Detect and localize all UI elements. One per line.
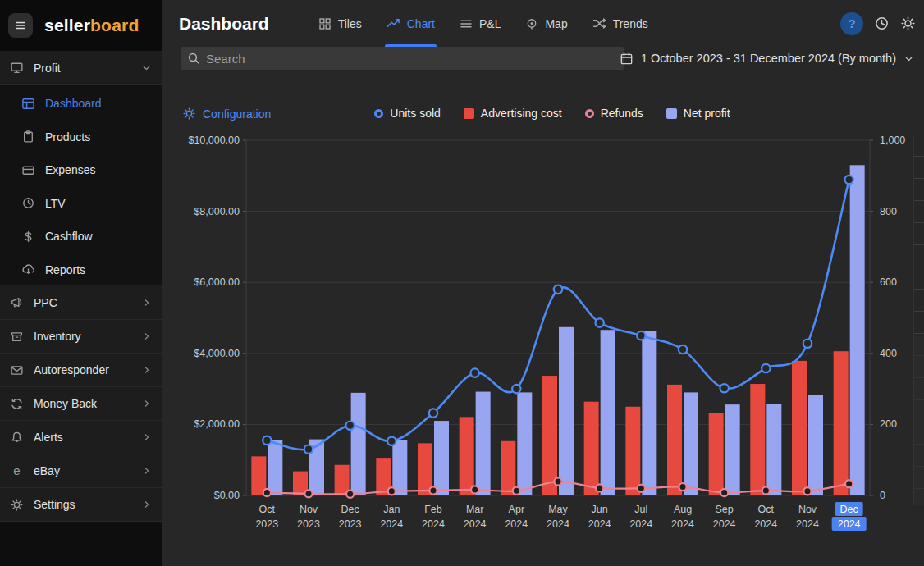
point-units-sold[interactable]: [844, 176, 853, 184]
chevron-right-icon: [142, 365, 152, 375]
point-refunds[interactable]: [346, 491, 354, 498]
bar-net-profit[interactable]: [268, 440, 282, 495]
point-units-sold[interactable]: [595, 318, 603, 326]
calendar-icon: [620, 52, 634, 66]
point-units-sold[interactable]: [429, 409, 437, 417]
point-refunds[interactable]: [513, 487, 520, 495]
axis-label: Nov: [798, 504, 817, 515]
bar-net-profit[interactable]: [808, 395, 823, 495]
legend-units-sold[interactable]: Units sold: [374, 107, 440, 120]
bar-advertising-cost[interactable]: [834, 351, 849, 495]
bar-net-profit[interactable]: [850, 165, 865, 495]
bar-net-profit[interactable]: [392, 440, 407, 495]
sidebar-item-autoresponder[interactable]: Autoresponder: [0, 353, 162, 386]
bar-net-profit[interactable]: [476, 392, 491, 495]
point-refunds[interactable]: [471, 486, 478, 493]
refresh-icon: [10, 397, 24, 411]
bar-net-profit[interactable]: [517, 392, 532, 495]
bar-advertising-cost[interactable]: [792, 361, 807, 495]
sidebar-item-alerts[interactable]: Alerts: [0, 420, 162, 454]
sidebar-item-expenses[interactable]: Expenses: [0, 153, 162, 187]
point-refunds[interactable]: [554, 478, 561, 486]
sidebar-item-ltv[interactable]: LTV: [0, 187, 162, 221]
legend-advertising-cost[interactable]: Advertising cost: [464, 107, 562, 120]
bar-advertising-cost[interactable]: [542, 376, 557, 495]
point-units-sold[interactable]: [720, 384, 728, 392]
point-refunds[interactable]: [638, 485, 645, 492]
monitor-icon: [10, 61, 24, 75]
bar-advertising-cost[interactable]: [625, 407, 640, 495]
point-refunds[interactable]: [762, 486, 770, 494]
bar-net-profit[interactable]: [684, 392, 698, 495]
point-refunds[interactable]: [720, 489, 728, 496]
point-units-sold[interactable]: [345, 421, 354, 429]
hamburger-menu-button[interactable]: [8, 13, 33, 38]
point-refunds[interactable]: [388, 487, 396, 495]
bar-net-profit[interactable]: [351, 393, 366, 495]
point-refunds[interactable]: [429, 486, 437, 494]
point-units-sold[interactable]: [304, 445, 313, 454]
point-units-sold[interactable]: [470, 368, 478, 377]
point-units-sold[interactable]: [512, 385, 520, 393]
sidebar-item-profit[interactable]: Profit: [0, 51, 162, 84]
sidebar-item-cashflow[interactable]: Cashflow: [0, 220, 162, 253]
point-refunds[interactable]: [803, 487, 811, 495]
axis-label: 2024: [629, 518, 652, 530]
axis-label: 2024: [838, 518, 861, 530]
sidebar-item-dashboard[interactable]: Dashboard: [0, 87, 162, 121]
point-units-sold[interactable]: [762, 364, 770, 372]
bar-advertising-cost[interactable]: [667, 385, 682, 495]
bar-net-profit[interactable]: [434, 421, 449, 495]
history-clock-button[interactable]: [874, 16, 890, 31]
bar-net-profit[interactable]: [642, 331, 656, 495]
tab-chart[interactable]: Chart: [385, 0, 437, 47]
sidebar-item-label: eBay: [34, 464, 60, 477]
sidebar-item-ppc[interactable]: PPC: [0, 285, 162, 319]
dashboard-icon: [21, 97, 35, 111]
bar-net-profit[interactable]: [559, 327, 574, 495]
cloud-download-icon: [21, 262, 35, 276]
tab-tiles[interactable]: Tiles: [317, 0, 364, 47]
axis-label: 600: [880, 276, 897, 288]
bar-advertising-cost[interactable]: [584, 402, 599, 495]
profit-chart: $0.000$2,000.00200$4,000.00400$6,000.006…: [181, 131, 924, 541]
point-refunds[interactable]: [263, 489, 271, 496]
point-refunds[interactable]: [845, 480, 853, 487]
search-input[interactable]: [206, 52, 617, 66]
date-range-picker[interactable]: 1 October 2023 - 31 December 2024 (By mo…: [620, 47, 914, 70]
hamburger-icon: [14, 19, 27, 32]
point-refunds[interactable]: [596, 484, 603, 491]
bar-advertising-cost[interactable]: [709, 413, 724, 495]
app-logo[interactable]: sellerboard: [44, 16, 139, 35]
sidebar-item-money-back[interactable]: Money Back: [0, 386, 162, 420]
point-units-sold[interactable]: [387, 437, 396, 445]
bar-net-profit[interactable]: [766, 404, 781, 495]
bar-net-profit[interactable]: [601, 330, 615, 495]
sidebar-item-settings[interactable]: Settings: [0, 487, 162, 521]
bar-advertising-cost[interactable]: [750, 384, 765, 495]
point-units-sold[interactable]: [803, 339, 812, 347]
bar-advertising-cost[interactable]: [460, 417, 474, 495]
legend-refunds[interactable]: Refunds: [585, 107, 643, 120]
legend-net-profit[interactable]: Net profit: [666, 107, 730, 120]
axis-label: 2024: [754, 518, 777, 530]
point-units-sold[interactable]: [679, 345, 687, 354]
theme-toggle-button[interactable]: [900, 16, 916, 31]
view-tabs: Tiles Chart P&L Map Trends: [317, 0, 650, 47]
tab-pnl[interactable]: P&L: [458, 0, 502, 47]
sidebar-item-products[interactable]: Products: [0, 121, 162, 154]
bar-net-profit[interactable]: [725, 404, 740, 495]
tab-trends[interactable]: Trends: [591, 0, 650, 47]
point-units-sold[interactable]: [637, 331, 645, 340]
tab-map[interactable]: Map: [524, 0, 569, 47]
sidebar-item-label: Autoresponder: [34, 363, 109, 377]
sidebar-item-ebay[interactable]: e eBay: [0, 454, 162, 487]
sidebar-item-reports[interactable]: Reports: [0, 253, 162, 287]
sidebar-item-inventory[interactable]: Inventory: [0, 319, 162, 353]
clock-icon: [21, 196, 35, 210]
point-units-sold[interactable]: [554, 285, 562, 294]
point-refunds[interactable]: [679, 483, 686, 491]
help-button[interactable]: ?: [840, 12, 863, 35]
point-units-sold[interactable]: [263, 436, 271, 445]
point-refunds[interactable]: [304, 490, 312, 497]
